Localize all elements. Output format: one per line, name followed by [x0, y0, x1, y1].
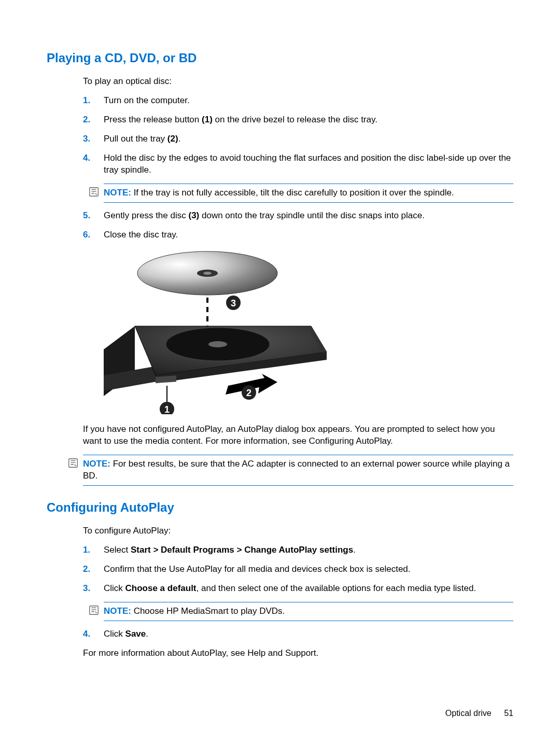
step-num: 3. — [83, 583, 90, 595]
step-4: 4. Click Save. — [83, 628, 513, 640]
step-text: Select — [104, 545, 131, 555]
step-text: down onto the tray spindle until the dis… — [199, 210, 425, 220]
step-text: Hold the disc by the edges to avoid touc… — [104, 153, 511, 175]
document-page: Playing a CD, DVD, or BD To play an opti… — [0, 0, 560, 745]
svg-rect-17 — [69, 458, 78, 467]
step-num: 6. — [83, 229, 90, 241]
callout-ref: (2) — [167, 134, 178, 144]
step-text: Click — [104, 629, 125, 639]
step-num: 2. — [83, 564, 90, 575]
step-text: . — [178, 134, 181, 144]
note-icon — [88, 186, 100, 198]
svg-rect-0 — [90, 188, 99, 196]
note-icon — [88, 605, 100, 616]
step-num: 1. — [83, 544, 90, 556]
step-text: . — [146, 629, 148, 639]
intro-text-1: To play an optical disc: — [83, 76, 513, 88]
callout-ref: (1) — [202, 115, 213, 124]
note-text: For best results, be sure that the AC ad… — [83, 459, 510, 481]
steps-list-2b: 4. Click Save. — [83, 628, 513, 640]
step-text: Press the release button — [104, 115, 202, 124]
closing-text: For more information about AutoPlay, see… — [83, 648, 513, 659]
step-num: 5. — [83, 210, 90, 222]
step-text: , and then select one of the available o… — [197, 583, 477, 593]
note-text: If the tray is not fully accessible, til… — [134, 188, 454, 198]
svg-text:2: 2 — [246, 388, 251, 398]
autoplay-info-text: If you have not configured AutoPlay, an … — [83, 424, 513, 447]
step-text: on the drive bezel to release the disc t… — [213, 115, 377, 124]
note-box-2: NOTE: For best results, be sure that the… — [83, 455, 513, 486]
steps-list-1: 1. Turn on the computer. 2. Press the re… — [83, 95, 513, 176]
step-text: Pull out the tray — [104, 134, 167, 144]
step-2: 2. Confirm that the Use AutoPlay for all… — [83, 564, 513, 575]
step-5: 5. Gently press the disc (3) down onto t… — [83, 210, 513, 222]
step-6: 6. Close the disc tray. — [83, 229, 513, 241]
callout-ref: (3) — [188, 210, 199, 220]
note-box-3: NOTE: Choose HP MediaSmart to play DVDs. — [104, 602, 513, 621]
step-text: Confirm that the Use AutoPlay for all me… — [104, 564, 411, 574]
note-text: Choose HP MediaSmart to play DVDs. — [134, 606, 285, 616]
step-1: 1. Turn on the computer. — [83, 95, 513, 107]
step-num: 1. — [83, 95, 90, 107]
intro-text-2: To configure AutoPlay: — [83, 525, 513, 537]
step-4: 4. Hold the disc by the edges to avoid t… — [83, 152, 513, 176]
step-num: 2. — [83, 114, 90, 126]
note-label: NOTE: — [83, 459, 110, 469]
note-label: NOTE: — [104, 606, 131, 616]
page-footer: Optical drive 51 — [445, 708, 513, 719]
step-1: 1. Select Start > Default Programs > Cha… — [83, 544, 513, 556]
svg-rect-18 — [90, 606, 99, 614]
ui-element: Choose a default — [125, 583, 197, 593]
step-text: Click — [104, 583, 125, 593]
disc-tray-illustration: 3 2 1 — [104, 248, 332, 414]
page-number: 51 — [504, 709, 513, 718]
step-text: Close the disc tray. — [104, 230, 178, 240]
step-text: . — [353, 545, 356, 555]
step-num: 4. — [83, 628, 90, 640]
step-num: 4. — [83, 152, 90, 164]
steps-list-2: 1. Select Start > Default Programs > Cha… — [83, 544, 513, 595]
steps-list-1b: 5. Gently press the disc (3) down onto t… — [83, 210, 513, 241]
step-2: 2. Press the release button (1) on the d… — [83, 114, 513, 126]
step-3: 3. Click Choose a default, and then sele… — [83, 583, 513, 595]
ui-element: Save — [125, 629, 146, 639]
svg-text:1: 1 — [164, 404, 170, 414]
heading-configuring-autoplay: Configuring AutoPlay — [47, 499, 513, 516]
step-text: Turn on the computer. — [104, 95, 190, 105]
heading-playing-disc: Playing a CD, DVD, or BD — [47, 50, 513, 66]
step-text: Gently press the disc — [104, 210, 188, 220]
step-num: 3. — [83, 133, 90, 145]
svg-point-3 — [203, 272, 212, 275]
note-label: NOTE: — [104, 188, 131, 198]
svg-point-9 — [208, 341, 227, 347]
footer-section-label: Optical drive — [445, 709, 492, 718]
ui-path: Start > Default Programs > Change AutoPl… — [131, 545, 353, 555]
step-3: 3. Pull out the tray (2). — [83, 133, 513, 145]
note-icon — [67, 457, 79, 469]
note-box-1: NOTE: If the tray is not fully accessibl… — [104, 184, 513, 203]
svg-text:3: 3 — [231, 298, 236, 308]
